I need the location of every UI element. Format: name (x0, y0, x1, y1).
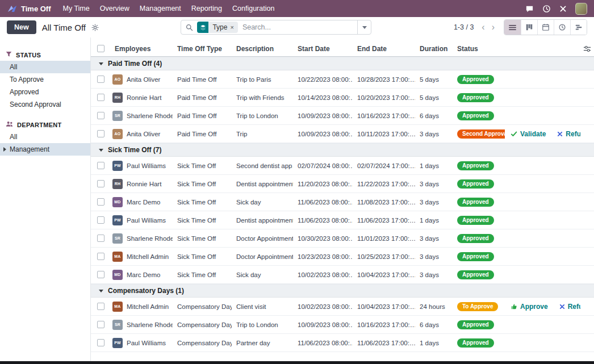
row-checkbox[interactable] (97, 235, 104, 242)
user-avatar[interactable] (575, 3, 587, 15)
calendar-view-button[interactable] (537, 20, 554, 35)
table-row[interactable]: AO Anita Oliver Paid Time Off Trip 10/09… (91, 125, 594, 143)
search-input[interactable] (242, 23, 358, 31)
activity-view-button[interactable] (554, 20, 570, 35)
employee-avatar: PW (112, 161, 123, 171)
row-checkbox[interactable] (97, 216, 104, 224)
sidebar-item-to-approve[interactable]: To Approve (0, 73, 90, 86)
column-header-start-date[interactable]: Start Date (293, 45, 353, 53)
menu-my-time[interactable]: My Time (58, 0, 95, 17)
start-date: 10/09/2023 08:00:… (293, 107, 353, 124)
timeoff-type: Sick Time Off (173, 248, 232, 265)
sidebar-item-second-approval[interactable]: Second Approval (0, 98, 90, 111)
table-row[interactable]: AO Anita Oliver Paid Time Off Trip to Pa… (91, 70, 594, 89)
table-row[interactable]: SR Sharlene Rhodes Paid Time Off Trip to… (91, 107, 594, 125)
duration: 6 days (415, 107, 453, 124)
action-label: Refuse (566, 130, 580, 138)
gear-icon[interactable] (91, 24, 99, 31)
tools-x-icon[interactable] (559, 5, 567, 12)
groupby-facet-type[interactable]: Type × (197, 22, 237, 33)
sidebar-item-status-all[interactable]: All (0, 61, 90, 73)
pager-range[interactable]: 1-3 / 3 (454, 23, 474, 31)
sidebar-section-department-header[interactable]: DEPARTMENT (0, 119, 90, 131)
app-name: Time Off (21, 5, 51, 13)
column-header-timeoff-type[interactable]: Time Off Type (173, 45, 232, 53)
row-checkbox[interactable] (97, 303, 104, 310)
refuse-button[interactable]: Refuse (557, 130, 580, 138)
row-checkbox[interactable] (97, 76, 104, 83)
facet-remove-icon[interactable]: × (230, 24, 237, 31)
row-checkbox[interactable] (97, 130, 104, 137)
new-button[interactable]: New (7, 20, 36, 34)
end-date: 11/22/2023 17:00:… (353, 175, 415, 193)
column-header-employees[interactable]: Employees (110, 45, 173, 53)
table-row[interactable]: MD Marc Demo Sick Time Off Sick day 11/0… (91, 193, 594, 211)
row-checkbox[interactable] (97, 94, 104, 101)
kanban-view-button[interactable] (521, 20, 537, 35)
menu-management[interactable]: Management (135, 0, 186, 17)
messages-icon[interactable] (525, 5, 534, 13)
table-row[interactable]: PW Paul Williams Sick Time Off Dentist a… (91, 211, 594, 229)
menu-reporting[interactable]: Reporting (186, 0, 227, 17)
list-view-button[interactable] (504, 20, 521, 35)
pager-previous-button[interactable]: ‹ (478, 23, 488, 32)
column-header-duration[interactable]: Duration (415, 45, 453, 53)
table-row[interactable]: RH Ronnie Hart Sick Time Off Dentist app… (91, 175, 594, 193)
row-actions (505, 70, 580, 88)
row-checkbox[interactable] (97, 271, 104, 278)
end-date: 02/07/2024 17:00:… (353, 157, 415, 174)
sidebar-item-approved[interactable]: Approved (0, 86, 90, 98)
group-header-row[interactable]: Compensatory Days (1) (91, 284, 594, 298)
column-header-status[interactable]: Status (453, 45, 505, 53)
status-badge: Approved (457, 179, 494, 189)
row-checkbox[interactable] (97, 180, 104, 187)
end-date: 10/04/2023 17:00:… (353, 266, 415, 283)
timeoff-type: Sick Time Off (173, 211, 232, 229)
menu-configuration[interactable]: Configuration (227, 0, 279, 17)
sidebar-section-status-header[interactable]: STATUS (0, 49, 90, 61)
activities-clock-icon[interactable] (542, 5, 551, 13)
menu-overview[interactable]: Overview (95, 0, 135, 17)
row-checkbox[interactable] (97, 321, 104, 328)
group-header-row[interactable]: Paid Time Off (4) (91, 57, 594, 70)
row-actions (505, 316, 580, 333)
start-date: 10/14/2023 08:00:… (293, 89, 353, 106)
sidebar-item-department-all[interactable]: All (0, 131, 90, 143)
column-header-description[interactable]: Description (232, 45, 293, 53)
status-badge: Second Approval (457, 129, 505, 139)
row-checkbox[interactable] (97, 162, 104, 169)
sidebar-item-management[interactable]: Management (0, 143, 90, 156)
app-menu[interactable]: Time Off (7, 5, 51, 13)
pager-next-button[interactable]: › (488, 23, 498, 32)
table-row[interactable]: MA Mitchell Admin Sick Time Off Doctor A… (91, 248, 594, 266)
optional-columns-toggle-icon[interactable] (583, 45, 591, 53)
gantt-view-button[interactable] (570, 20, 587, 35)
row-checkbox[interactable] (97, 339, 104, 346)
start-date: 11/06/2023 08:00:… (293, 193, 353, 211)
table-row[interactable]: RH Ronnie Hart Paid Time Off Trip with F… (91, 89, 594, 107)
column-header-end-date[interactable]: End Date (353, 45, 415, 53)
description: Trip to Paris (232, 70, 293, 88)
timeoff-type: Paid Time Off (173, 70, 232, 88)
select-all-checkbox[interactable] (97, 45, 104, 52)
row-checkbox[interactable] (97, 112, 104, 119)
end-date: 11/06/2023 17:00:… (353, 334, 415, 352)
row-checkbox[interactable] (97, 198, 104, 206)
caret-right-icon (3, 147, 6, 152)
row-checkbox[interactable] (97, 253, 104, 260)
table-row[interactable]: PW Paul Williams Compensatory Days Partn… (91, 334, 594, 352)
description: Trip to London (232, 316, 293, 333)
approve-button[interactable]: Approve (511, 303, 548, 311)
table-row[interactable]: MD Marc Demo Sick Time Off Sick day 10/0… (91, 266, 594, 284)
table-row[interactable]: SR Sharlene Rhodes Sick Time Off Doctor … (91, 229, 594, 248)
table-row[interactable]: PW Paul Williams Sick Time Off Second de… (91, 157, 594, 175)
validate-button[interactable]: Validate (511, 130, 546, 138)
table-row[interactable]: SR Sharlene Rhodes Compensatory Days Tri… (91, 316, 594, 334)
search-dropdown-toggle[interactable] (357, 20, 371, 34)
table-row[interactable]: MA Mitchell Admin Compensatory Days Clie… (91, 298, 594, 316)
search-panel-sidebar: STATUS All To Approve Approved Second Ap… (0, 37, 91, 364)
description: Dentist appointment (232, 211, 293, 229)
refuse-button[interactable]: Refuse (559, 303, 580, 311)
group-header-row[interactable]: Sick Time Off (7) (91, 143, 594, 157)
status-badge: Approved (457, 338, 494, 348)
